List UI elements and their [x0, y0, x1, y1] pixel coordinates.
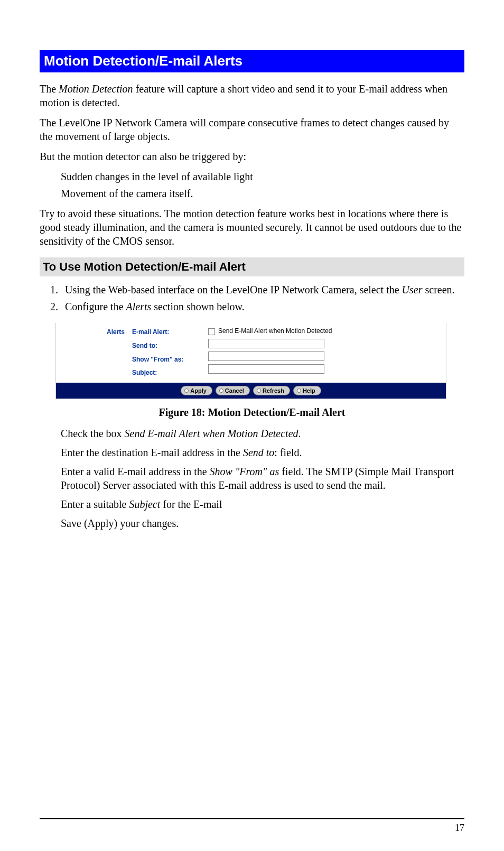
page-number: 17: [455, 822, 464, 834]
bullet-item: Sudden changes in the level of available…: [61, 170, 464, 183]
button-label: Cancel: [225, 387, 244, 394]
label-subject: Subject:: [132, 369, 201, 377]
text: .: [298, 428, 301, 439]
figure-caption: Figure 18: Motion Detection/E-mail Alert: [40, 405, 464, 419]
dot-icon: [184, 388, 189, 393]
section-heading: To Use Motion Detection/E-mail Alert: [40, 257, 464, 277]
checkbox-label: Send E-Mail Alert when Motion Detected: [218, 327, 332, 336]
button-label: Help: [303, 387, 315, 394]
text-italic: Send E-mail Alert when Motion Detected: [125, 428, 298, 439]
text: Configure the: [65, 301, 126, 312]
text: for the E-mail: [160, 498, 222, 510]
step-item: Using the Web-based interface on the Lev…: [61, 283, 464, 297]
label-email-alert: E-mail Alert:: [132, 328, 201, 337]
text-italic: User: [402, 284, 423, 295]
text: Using the Web-based interface on the Lev…: [65, 284, 402, 295]
text-italic: Send to: [243, 447, 274, 458]
text: Enter a suitable: [61, 498, 129, 510]
button-label: Refresh: [263, 387, 284, 394]
send-to-input[interactable]: [208, 339, 324, 348]
help-button[interactable]: Help: [293, 386, 321, 395]
text: Enter a valid E-mail address in the: [61, 466, 210, 477]
text-italic: Alerts: [126, 301, 152, 312]
subject-input[interactable]: [208, 364, 324, 374]
text: Check the box: [61, 428, 125, 439]
paragraph: Try to avoid these situations. The motio…: [40, 207, 464, 248]
bullet-list: Sudden changes in the level of available…: [40, 170, 464, 200]
instruction-item: Enter a suitable Subject for the E-mail: [61, 497, 464, 511]
refresh-button[interactable]: Refresh: [253, 386, 290, 395]
button-bar: Apply Cancel Refresh Help: [56, 383, 446, 399]
dot-icon: [257, 388, 261, 393]
show-from-input[interactable]: [208, 352, 324, 361]
dot-icon: [297, 388, 301, 393]
instruction-item: Enter the destination E-mail address in …: [61, 446, 464, 459]
apply-button[interactable]: Apply: [181, 386, 212, 395]
text-italic: Subject: [129, 498, 160, 510]
step-item: Configure the Alerts section shown below…: [61, 300, 464, 313]
paragraph: The LevelOne IP Network Camera will comp…: [40, 116, 464, 143]
checkbox-row: Send E-Mail Alert when Motion Detected: [208, 327, 441, 336]
numbered-steps: Using the Web-based interface on the Lev…: [40, 283, 464, 313]
bullet-item: Movement of the camera itself.: [61, 187, 464, 200]
text: : field.: [274, 447, 302, 458]
paragraph: But the motion detector can also be trig…: [40, 150, 464, 163]
paragraph-intro: The Motion Detection feature will captur…: [40, 82, 464, 109]
label-show-from: Show "From" as:: [132, 356, 201, 364]
instruction-item: Check the box Send E-mail Alert when Mot…: [61, 427, 464, 440]
text: Enter the destination E-mail address in …: [61, 447, 243, 458]
send-alert-checkbox[interactable]: [208, 328, 215, 335]
text-italic: Motion Detection: [59, 83, 133, 95]
page-title: Motion Detection/E-mail Alerts: [40, 50, 464, 72]
alerts-side-label: Alerts: [61, 327, 125, 377]
instruction-item: Enter a valid E-mail address in the Show…: [61, 465, 464, 492]
label-send-to: Send to:: [132, 342, 201, 350]
dot-icon: [219, 388, 223, 393]
button-label: Apply: [190, 387, 207, 394]
text: The: [40, 83, 59, 95]
footer-divider: [40, 818, 464, 819]
instruction-item: Save (Apply) your changes.: [61, 516, 464, 530]
instruction-list: Check the box Send E-mail Alert when Mot…: [40, 427, 464, 530]
alerts-panel: Alerts E-mail Alert: Send to: Show "From…: [55, 323, 446, 399]
text-italic: Show "From" as: [210, 466, 279, 477]
text: screen.: [423, 284, 455, 295]
text: section shown below.: [151, 301, 244, 312]
alerts-figure: Alerts E-mail Alert: Send to: Show "From…: [55, 323, 464, 399]
cancel-button[interactable]: Cancel: [216, 386, 250, 395]
